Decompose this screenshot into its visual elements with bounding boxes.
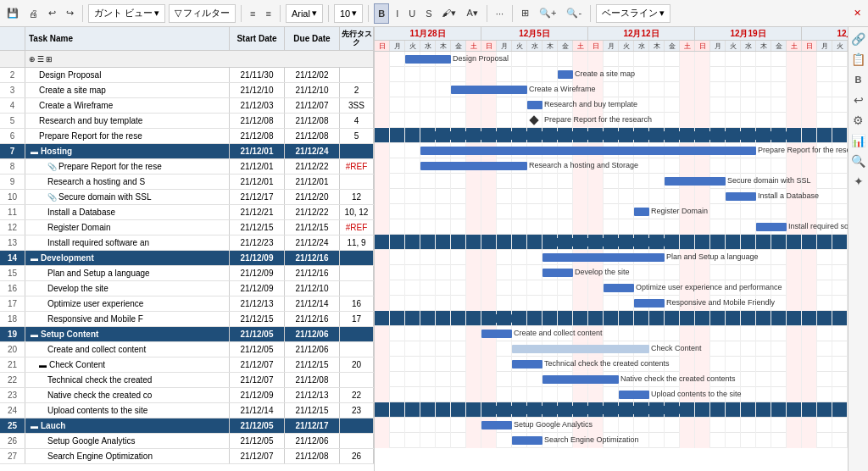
table-row[interactable]: 22 Technical check the created 21/12/07 …: [0, 373, 374, 388]
gantt-bar[interactable]: [481, 406, 680, 414]
predecessor-cell[interactable]: [340, 434, 374, 448]
due-date-cell[interactable]: 21/12/14: [285, 296, 340, 311]
table-row[interactable]: 3 Create a site map 21/12/10 21/12/10 2: [0, 83, 374, 98]
task-name-cell[interactable]: Create and collect content: [25, 342, 230, 357]
due-date-cell[interactable]: 21/12/06: [285, 327, 340, 341]
close-button[interactable]: ✕: [850, 3, 865, 24]
task-name-cell[interactable]: Plan and Setup a language: [25, 266, 230, 280]
start-date-cell[interactable]: 21/12/01: [230, 144, 285, 158]
predecessor-cell[interactable]: 23: [340, 403, 374, 418]
save-button[interactable]: 💾: [3, 3, 22, 24]
table-row[interactable]: 23 Native check the created co 21/12/09 …: [0, 388, 374, 403]
clipboard-icon[interactable]: 📋: [850, 51, 867, 68]
task-name-cell[interactable]: 📎Prepare Report for the rese: [25, 159, 230, 174]
predecessor-cell[interactable]: 10, 12: [340, 205, 374, 219]
due-date-cell[interactable]: 21/12/24: [285, 236, 340, 250]
predecessor-cell[interactable]: [340, 144, 374, 158]
due-date-cell[interactable]: 21/12/20: [285, 190, 340, 204]
chart-icon[interactable]: 📊: [850, 132, 867, 149]
due-date-cell[interactable]: 21/12/16: [285, 312, 340, 326]
task-name-cell[interactable]: Create a Wireframe: [25, 98, 230, 113]
due-date-cell[interactable]: 21/12/16: [285, 251, 340, 265]
collapse-icon[interactable]: ▬: [39, 361, 47, 369]
gantt-bar[interactable]: [405, 55, 451, 64]
start-date-cell[interactable]: 21/12/07: [230, 373, 285, 387]
due-date-cell[interactable]: 21/12/13: [285, 388, 340, 402]
task-view-icon[interactable]: ⊞: [46, 55, 53, 64]
table-row[interactable]: 21 ▬Check Content 21/12/07 21/12/15 20: [0, 357, 374, 373]
task-name-cell[interactable]: Install required software an: [25, 236, 230, 250]
table-row[interactable]: 9 Research a hosting and S 21/12/01 21/1…: [0, 175, 374, 190]
start-date-cell[interactable]: 21/12/17: [230, 190, 285, 204]
gantt-bar[interactable]: [665, 177, 726, 186]
gantt-bar[interactable]: [604, 284, 634, 292]
start-date-cell[interactable]: 21/12/23: [230, 236, 285, 250]
group-collapse-icon[interactable]: ▬: [31, 422, 38, 430]
start-date-cell[interactable]: 21/12/09: [230, 266, 285, 280]
due-date-cell[interactable]: 21/12/22: [285, 205, 340, 219]
due-date-cell[interactable]: 21/12/15: [285, 220, 340, 235]
view-dropdown[interactable]: ガント ビュー ▾: [88, 4, 165, 23]
size-dropdown[interactable]: 10 ▾: [334, 4, 363, 23]
predecessor-cell[interactable]: 20: [340, 357, 374, 372]
gantt-bar[interactable]: [726, 192, 756, 201]
print-button[interactable]: 🖨: [25, 3, 42, 24]
group-collapse-icon[interactable]: ▬: [31, 330, 38, 339]
due-date-cell[interactable]: 21/12/16: [285, 266, 340, 280]
table-row[interactable]: 5 Research and buy template 21/12/08 21/…: [0, 114, 374, 129]
start-date-cell[interactable]: 21/12/09: [230, 388, 285, 402]
due-date-cell[interactable]: 21/12/02: [285, 68, 340, 82]
undo-icon[interactable]: ↩: [850, 91, 867, 108]
task-name-header[interactable]: Task Name: [25, 27, 230, 50]
task-name-cell[interactable]: Search Engine Optimization: [25, 449, 230, 463]
due-date-cell[interactable]: 21/12/08: [285, 114, 340, 128]
task-name-cell[interactable]: ▬Development: [25, 251, 230, 265]
task-name-cell[interactable]: ▬Check Content: [25, 357, 230, 372]
table-row[interactable]: 25 ▬Lauch 21/12/05 21/12/17: [0, 418, 374, 434]
start-date-cell[interactable]: 21/12/01: [230, 175, 285, 189]
filter-dropdown[interactable]: ▽ フィルター: [169, 4, 236, 23]
table-row[interactable]: 26 Setup Google Analytics 21/12/05 21/12…: [0, 434, 374, 449]
task-name-cell[interactable]: Install a Database: [25, 205, 230, 219]
table-row[interactable]: 4 Create a Wireframe 21/12/03 21/12/07 3…: [0, 98, 374, 114]
redo-button[interactable]: ↪: [63, 3, 77, 24]
task-name-cell[interactable]: Register Domain: [25, 220, 230, 235]
zoom-fit-button[interactable]: ⊞: [518, 3, 532, 24]
more-button[interactable]: ···: [492, 3, 507, 24]
table-row[interactable]: 15 Plan and Setup a language 21/12/09 21…: [0, 266, 374, 281]
predecessor-cell[interactable]: [340, 342, 374, 357]
table-row[interactable]: 12 Register Domain 21/12/15 21/12/15 #RE…: [0, 220, 374, 236]
group-collapse-icon[interactable]: ▬: [31, 147, 38, 156]
predecessor-cell[interactable]: [340, 418, 374, 433]
underline-button[interactable]: U: [405, 3, 419, 24]
due-date-cell[interactable]: 21/12/08: [285, 373, 340, 387]
due-date-cell[interactable]: 21/12/07: [285, 98, 340, 113]
gantt-bar[interactable]: [512, 436, 542, 445]
predecessor-cell[interactable]: 11, 9: [340, 236, 374, 250]
task-list-icon[interactable]: ☰: [37, 55, 44, 64]
start-date-cell[interactable]: 21/12/08: [230, 114, 285, 128]
predecessor-cell[interactable]: [340, 266, 374, 280]
predecessor-cell[interactable]: [340, 68, 374, 82]
zoom-in-button[interactable]: 🔍+: [536, 3, 559, 24]
predecessor-cell[interactable]: 3SS: [340, 98, 374, 113]
start-date-header[interactable]: Start Date: [230, 27, 285, 50]
start-date-cell[interactable]: 21/12/09: [230, 281, 285, 296]
table-row[interactable]: 11 Install a Database 21/12/21 21/12/22 …: [0, 205, 374, 220]
due-date-cell[interactable]: 21/12/17: [285, 418, 340, 433]
start-date-cell[interactable]: 21/12/09: [230, 251, 285, 265]
font-color-button[interactable]: A▾: [463, 3, 481, 24]
task-name-cell[interactable]: Create a site map: [25, 83, 230, 97]
gantt-bar[interactable]: [481, 330, 512, 338]
task-name-cell[interactable]: Setup Google Analytics: [25, 434, 230, 448]
predecessor-cell[interactable]: 17: [340, 312, 374, 326]
table-row[interactable]: 14 ▬Development 21/12/09 21/12/16: [0, 251, 374, 266]
table-row[interactable]: 18 Responsive and Mobile F 21/12/15 21/1…: [0, 312, 374, 327]
predecessor-cell[interactable]: 26: [340, 449, 374, 463]
due-date-cell[interactable]: 21/12/06: [285, 434, 340, 448]
start-date-cell[interactable]: 21/12/05: [230, 342, 285, 357]
task-name-cell[interactable]: Design Proposal: [25, 68, 230, 82]
predecessor-cell[interactable]: [340, 175, 374, 189]
gantt-bar[interactable]: [756, 223, 787, 231]
task-name-cell[interactable]: ▬Lauch: [25, 418, 230, 433]
